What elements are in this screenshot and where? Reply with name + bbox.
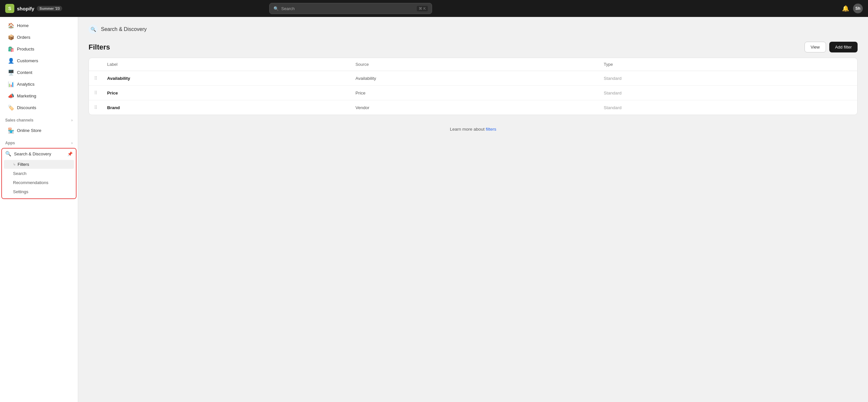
shopify-icon: S [5,4,14,13]
avatar[interactable]: Sh [853,4,863,13]
pin-icon: 📌 [67,151,72,156]
sidebar-label-marketing: Marketing [17,93,36,98]
col-header-type: Type [603,62,852,67]
row-2-label: Brand [107,105,355,110]
drag-handle-2[interactable]: ⠿ [94,105,107,110]
summer-badge: Summer '23 [37,6,62,11]
sidebar-item-discounts[interactable]: 🏷️ Discounts [3,102,75,113]
view-button[interactable]: View [805,42,826,53]
sidebar: 🏠 Home 📦 Orders 🛍️ Products 👤 Customers … [0,17,78,402]
sub-nav: ↳ Filters Search Recommendations Setting… [2,159,76,198]
sub-nav-label-filters: Filters [18,162,29,167]
orders-icon: 📦 [8,34,14,40]
search-icon: 🔍 [274,6,279,11]
sub-nav-label-settings: Settings [13,189,28,194]
marketing-icon: 📣 [8,93,14,99]
sidebar-item-online-store[interactable]: 🏪 Online Store [3,125,75,136]
home-icon: 🏠 [8,23,14,29]
row-1-type: Standard [603,91,852,95]
row-0-source: Availability [355,76,604,81]
sd-left: 🔍 Search & Discovery [5,151,51,157]
table-row[interactable]: ⠿ Brand Vendor Standard [89,100,857,115]
sub-nav-item-search[interactable]: Search [4,169,74,178]
sidebar-label-orders: Orders [17,35,30,40]
sidebar-label-products: Products [17,47,34,52]
topbar-logo-text: shopify [17,6,34,11]
sales-channels-label: Sales channels [5,118,34,122]
analytics-icon: 📊 [8,81,14,87]
sidebar-item-orders[interactable]: 📦 Orders [3,32,75,43]
col-header-drag [94,62,107,67]
discounts-icon: 🏷️ [8,105,14,111]
search-shortcut: ⌘ K [417,6,428,11]
apps-section[interactable]: Apps › [0,139,78,147]
table-row[interactable]: ⠿ Availability Availability Standard [89,71,857,86]
drag-handle-0[interactable]: ⠿ [94,76,107,81]
sidebar-label-online-store: Online Store [17,128,41,133]
col-header-label: Label [107,62,355,67]
page-header: 🔍 Search & Discovery [89,25,858,34]
row-2-type: Standard [603,105,852,110]
customers-icon: 👤 [8,58,14,64]
sales-channels-section[interactable]: Sales channels › [0,116,78,124]
learn-more-text: Learn more about [450,127,486,132]
sidebar-label-customers: Customers [17,58,38,63]
drag-handle-1[interactable]: ⠿ [94,90,107,95]
breadcrumb-title: Search & Discovery [101,26,147,32]
learn-more: Learn more about filters [89,121,858,137]
table-row[interactable]: ⠿ Price Price Standard [89,86,857,100]
row-2-source: Vendor [355,105,604,110]
section-actions: View Add filter [805,42,858,53]
main-content: 🔍 Search & Discovery Filters View Add fi… [78,17,868,402]
row-1-label: Price [107,91,355,95]
sub-nav-label-search: Search [13,171,26,176]
content-icon: 🖥️ [8,69,14,76]
sub-nav-label-recommendations: Recommendations [13,180,48,185]
chevron-right-icon-apps: › [71,141,72,145]
topbar: S shopify Summer '23 🔍 Search ⌘ K 🔔 Sh [0,0,868,17]
table-header: Label Source Type [89,58,857,71]
add-filter-button[interactable]: Add filter [829,42,858,53]
section-header: Filters View Add filter [89,42,858,53]
row-0-label: Availability [107,76,355,81]
topbar-right: 🔔 Sh [842,4,863,13]
apps-label: Apps [5,141,15,145]
sub-nav-arrow-filters: ↳ [13,163,16,166]
search-placeholder: Search [281,6,294,11]
sidebar-label-discounts: Discounts [17,105,36,110]
topbar-logo[interactable]: S shopify Summer '23 [5,4,62,13]
online-store-icon: 🏪 [8,127,14,134]
row-1-source: Price [355,91,604,95]
row-0-type: Standard [603,76,852,81]
products-icon: 🛍️ [8,46,14,52]
sidebar-item-marketing[interactable]: 📣 Marketing [3,90,75,102]
search-discovery-icon: 🔍 [5,151,11,157]
sidebar-item-products[interactable]: 🛍️ Products [3,43,75,55]
filters-link[interactable]: filters [486,127,496,132]
layout: 🏠 Home 📦 Orders 🛍️ Products 👤 Customers … [0,17,868,402]
col-header-source: Source [355,62,604,67]
sidebar-label-home: Home [17,23,29,28]
sidebar-label-analytics: Analytics [17,82,34,87]
section-title: Filters [89,43,110,52]
notification-bell-icon[interactable]: 🔔 [842,5,849,12]
sidebar-label-content: Content [17,70,32,75]
topbar-search[interactable]: 🔍 Search ⌘ K [269,3,432,14]
sidebar-item-customers[interactable]: 👤 Customers [3,55,75,66]
sub-nav-item-recommendations[interactable]: Recommendations [4,178,74,187]
search-discovery-wrapper: 🔍 Search & Discovery 📌 ↳ Filters Search … [1,148,76,199]
sidebar-item-home[interactable]: 🏠 Home [3,20,75,31]
sub-nav-item-settings[interactable]: Settings [4,187,74,196]
sub-nav-item-filters[interactable]: ↳ Filters [4,160,74,169]
sidebar-item-analytics[interactable]: 📊 Analytics [3,79,75,90]
search-discovery-item[interactable]: 🔍 Search & Discovery 📌 [2,148,76,159]
chevron-right-icon: › [71,118,72,122]
search-discovery-label: Search & Discovery [14,151,51,156]
search-discovery-header-icon: 🔍 [91,27,96,32]
filters-table: Label Source Type ⠿ Availability Availab… [89,58,858,115]
sidebar-item-content[interactable]: 🖥️ Content [3,67,75,78]
page-header-icon: 🔍 [89,25,98,34]
